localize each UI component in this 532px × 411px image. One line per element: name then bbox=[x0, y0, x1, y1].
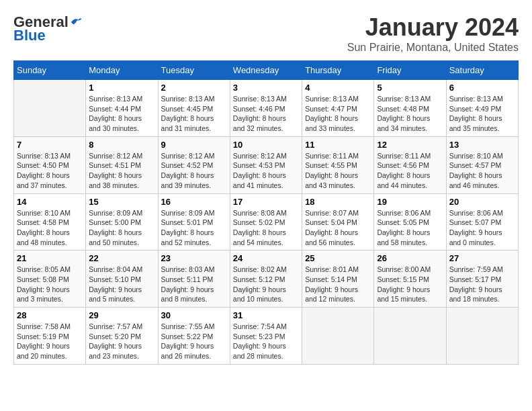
header-sunday: Sunday bbox=[14, 61, 86, 80]
calendar-cell: 2Sunrise: 8:13 AM Sunset: 4:45 PM Daylig… bbox=[158, 80, 230, 137]
day-number: 7 bbox=[17, 140, 83, 150]
header-thursday: Thursday bbox=[302, 61, 374, 80]
day-number: 27 bbox=[449, 253, 515, 263]
day-info: Sunrise: 8:01 AM Sunset: 5:14 PM Dayligh… bbox=[305, 265, 371, 304]
calendar-cell: 14Sunrise: 8:10 AM Sunset: 4:58 PM Dayli… bbox=[14, 193, 86, 250]
day-number: 12 bbox=[377, 140, 443, 150]
day-info: Sunrise: 8:04 AM Sunset: 5:10 PM Dayligh… bbox=[89, 265, 154, 304]
calendar-cell: 23Sunrise: 8:03 AM Sunset: 5:11 PM Dayli… bbox=[158, 250, 230, 308]
day-info: Sunrise: 8:13 AM Sunset: 4:47 PM Dayligh… bbox=[305, 94, 371, 134]
calendar-header-row: SundayMondayTuesdayWednesdayThursdayFrid… bbox=[14, 61, 519, 80]
day-number: 18 bbox=[305, 197, 371, 207]
calendar-subtitle: Sun Prairie, Montana, United States bbox=[347, 42, 519, 54]
day-info: Sunrise: 8:13 AM Sunset: 4:48 PM Dayligh… bbox=[377, 94, 443, 134]
day-info: Sunrise: 8:03 AM Sunset: 5:11 PM Dayligh… bbox=[161, 265, 227, 304]
day-info: Sunrise: 7:59 AM Sunset: 5:17 PM Dayligh… bbox=[449, 265, 515, 304]
header-monday: Monday bbox=[86, 61, 158, 80]
day-info: Sunrise: 8:11 AM Sunset: 4:56 PM Dayligh… bbox=[377, 151, 443, 191]
day-number: 26 bbox=[377, 253, 443, 263]
calendar-cell: 9Sunrise: 8:12 AM Sunset: 4:52 PM Daylig… bbox=[158, 136, 230, 193]
calendar-cell: 10Sunrise: 8:12 AM Sunset: 4:53 PM Dayli… bbox=[230, 136, 302, 193]
calendar-cell: 8Sunrise: 8:12 AM Sunset: 4:51 PM Daylig… bbox=[86, 136, 158, 193]
day-info: Sunrise: 8:12 AM Sunset: 4:51 PM Dayligh… bbox=[89, 151, 154, 191]
calendar-cell: 12Sunrise: 8:11 AM Sunset: 4:56 PM Dayli… bbox=[374, 136, 446, 193]
calendar-table: SundayMondayTuesdayWednesdayThursdayFrid… bbox=[13, 60, 519, 365]
logo-bird-icon bbox=[70, 16, 82, 28]
calendar-cell: 17Sunrise: 8:08 AM Sunset: 5:02 PM Dayli… bbox=[230, 193, 302, 250]
logo: General Blue bbox=[13, 13, 82, 44]
calendar-cell bbox=[374, 308, 446, 365]
day-number: 5 bbox=[377, 83, 443, 93]
day-info: Sunrise: 8:02 AM Sunset: 5:12 PM Dayligh… bbox=[233, 265, 299, 304]
day-number: 31 bbox=[233, 310, 299, 320]
day-number: 20 bbox=[449, 197, 515, 207]
day-number: 13 bbox=[449, 140, 515, 150]
day-info: Sunrise: 7:57 AM Sunset: 5:20 PM Dayligh… bbox=[89, 322, 154, 361]
calendar-week-0: 1Sunrise: 8:13 AM Sunset: 4:44 PM Daylig… bbox=[14, 80, 519, 137]
day-info: Sunrise: 8:09 AM Sunset: 5:00 PM Dayligh… bbox=[89, 208, 154, 248]
calendar-week-2: 14Sunrise: 8:10 AM Sunset: 4:58 PM Dayli… bbox=[14, 193, 519, 250]
day-number: 22 bbox=[89, 253, 154, 263]
day-info: Sunrise: 8:10 AM Sunset: 4:58 PM Dayligh… bbox=[17, 208, 83, 248]
day-number: 30 bbox=[161, 310, 227, 320]
day-number: 28 bbox=[17, 310, 83, 320]
day-number: 8 bbox=[89, 140, 154, 150]
calendar-week-1: 7Sunrise: 8:13 AM Sunset: 4:50 PM Daylig… bbox=[14, 136, 519, 193]
day-number: 25 bbox=[305, 253, 371, 263]
day-number: 2 bbox=[161, 83, 227, 93]
day-number: 23 bbox=[161, 253, 227, 263]
calendar-cell: 11Sunrise: 8:11 AM Sunset: 4:55 PM Dayli… bbox=[302, 136, 374, 193]
day-number: 1 bbox=[89, 83, 154, 93]
page-header: General Blue January 2024 Sun Prairie, M… bbox=[13, 13, 519, 54]
calendar-cell: 19Sunrise: 8:06 AM Sunset: 5:05 PM Dayli… bbox=[374, 193, 446, 250]
calendar-cell: 15Sunrise: 8:09 AM Sunset: 5:00 PM Dayli… bbox=[86, 193, 158, 250]
day-info: Sunrise: 8:13 AM Sunset: 4:49 PM Dayligh… bbox=[449, 94, 515, 134]
calendar-cell bbox=[446, 308, 518, 365]
calendar-week-4: 28Sunrise: 7:58 AM Sunset: 5:19 PM Dayli… bbox=[14, 308, 519, 365]
day-number: 10 bbox=[233, 140, 299, 150]
calendar-cell: 24Sunrise: 8:02 AM Sunset: 5:12 PM Dayli… bbox=[230, 250, 302, 308]
day-info: Sunrise: 8:12 AM Sunset: 4:53 PM Dayligh… bbox=[233, 151, 299, 191]
day-number: 3 bbox=[233, 83, 299, 93]
calendar-cell: 21Sunrise: 8:05 AM Sunset: 5:08 PM Dayli… bbox=[14, 250, 86, 308]
day-info: Sunrise: 8:06 AM Sunset: 5:07 PM Dayligh… bbox=[449, 208, 515, 248]
header-wednesday: Wednesday bbox=[230, 61, 302, 80]
day-info: Sunrise: 8:13 AM Sunset: 4:45 PM Dayligh… bbox=[161, 94, 227, 134]
calendar-cell: 30Sunrise: 7:55 AM Sunset: 5:22 PM Dayli… bbox=[158, 308, 230, 365]
calendar-cell: 20Sunrise: 8:06 AM Sunset: 5:07 PM Dayli… bbox=[446, 193, 518, 250]
day-info: Sunrise: 8:11 AM Sunset: 4:55 PM Dayligh… bbox=[305, 151, 371, 191]
header-tuesday: Tuesday bbox=[158, 61, 230, 80]
header-saturday: Saturday bbox=[446, 61, 518, 80]
calendar-cell bbox=[302, 308, 374, 365]
calendar-body: 1Sunrise: 8:13 AM Sunset: 4:44 PM Daylig… bbox=[14, 80, 519, 365]
day-number: 19 bbox=[377, 197, 443, 207]
calendar-cell: 4Sunrise: 8:13 AM Sunset: 4:47 PM Daylig… bbox=[302, 80, 374, 137]
day-info: Sunrise: 8:13 AM Sunset: 4:50 PM Dayligh… bbox=[17, 151, 83, 191]
day-number: 24 bbox=[233, 253, 299, 263]
day-info: Sunrise: 8:10 AM Sunset: 4:57 PM Dayligh… bbox=[449, 151, 515, 191]
calendar-cell: 13Sunrise: 8:10 AM Sunset: 4:57 PM Dayli… bbox=[446, 136, 518, 193]
calendar-cell: 6Sunrise: 8:13 AM Sunset: 4:49 PM Daylig… bbox=[446, 80, 518, 137]
day-info: Sunrise: 7:58 AM Sunset: 5:19 PM Dayligh… bbox=[17, 322, 83, 361]
day-info: Sunrise: 7:54 AM Sunset: 5:23 PM Dayligh… bbox=[233, 322, 299, 361]
day-info: Sunrise: 8:09 AM Sunset: 5:01 PM Dayligh… bbox=[161, 208, 227, 248]
header-friday: Friday bbox=[374, 61, 446, 80]
day-info: Sunrise: 8:06 AM Sunset: 5:05 PM Dayligh… bbox=[377, 208, 443, 248]
day-info: Sunrise: 8:13 AM Sunset: 4:46 PM Dayligh… bbox=[233, 94, 299, 134]
calendar-cell: 22Sunrise: 8:04 AM Sunset: 5:10 PM Dayli… bbox=[86, 250, 158, 308]
calendar-cell: 28Sunrise: 7:58 AM Sunset: 5:19 PM Dayli… bbox=[14, 308, 86, 365]
calendar-title: January 2024 bbox=[347, 13, 519, 42]
calendar-cell: 1Sunrise: 8:13 AM Sunset: 4:44 PM Daylig… bbox=[86, 80, 158, 137]
calendar-cell: 29Sunrise: 7:57 AM Sunset: 5:20 PM Dayli… bbox=[86, 308, 158, 365]
calendar-cell bbox=[14, 80, 86, 137]
day-info: Sunrise: 8:08 AM Sunset: 5:02 PM Dayligh… bbox=[233, 208, 299, 248]
calendar-cell: 16Sunrise: 8:09 AM Sunset: 5:01 PM Dayli… bbox=[158, 193, 230, 250]
calendar-week-3: 21Sunrise: 8:05 AM Sunset: 5:08 PM Dayli… bbox=[14, 250, 519, 308]
logo-blue-text: Blue bbox=[13, 27, 46, 44]
day-number: 6 bbox=[449, 83, 515, 93]
calendar-cell: 26Sunrise: 8:00 AM Sunset: 5:15 PM Dayli… bbox=[374, 250, 446, 308]
calendar-cell: 25Sunrise: 8:01 AM Sunset: 5:14 PM Dayli… bbox=[302, 250, 374, 308]
title-section: January 2024 Sun Prairie, Montana, Unite… bbox=[347, 13, 519, 54]
day-number: 29 bbox=[89, 310, 154, 320]
calendar-cell: 27Sunrise: 7:59 AM Sunset: 5:17 PM Dayli… bbox=[446, 250, 518, 308]
